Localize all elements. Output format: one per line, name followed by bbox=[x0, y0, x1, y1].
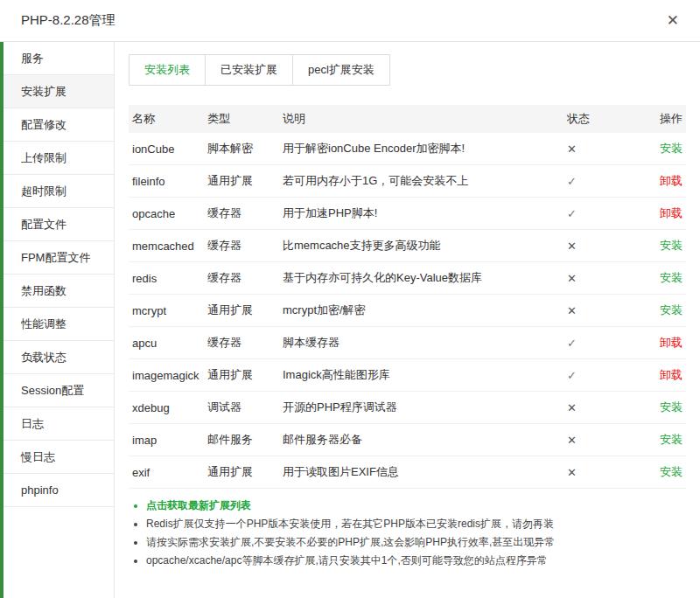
status-cell: ✕ bbox=[558, 395, 637, 421]
table-row-fileinfo: fileinfo通用扩展若可用内存小于1G，可能会安装不上✓卸载 bbox=[129, 165, 686, 198]
extension-name: apcu bbox=[129, 330, 204, 356]
uninstall-button[interactable]: 卸载 bbox=[660, 368, 682, 381]
extension-type: 缓存器 bbox=[204, 329, 279, 357]
refresh-extension-list-link[interactable]: 点击获取最新扩展列表 bbox=[146, 499, 251, 511]
extension-type: 邮件服务 bbox=[204, 426, 279, 454]
sidebar-item-config-file[interactable]: 配置文件 bbox=[4, 208, 114, 241]
sidebar-item-session-config[interactable]: Session配置 bbox=[4, 374, 114, 407]
extension-description: 若可用内存小于1G，可能会安装不上 bbox=[279, 167, 558, 195]
sidebar-item-install-extensions[interactable]: 安装扩展 bbox=[4, 75, 114, 108]
table-header-row: 名称类型说明状态操作 bbox=[129, 105, 686, 133]
tab-installed-extensions[interactable]: 已安装扩展 bbox=[205, 54, 293, 86]
extension-type: 缓存器 bbox=[204, 199, 279, 227]
extension-name: ionCube bbox=[129, 136, 204, 162]
sidebar-item-log[interactable]: 日志 bbox=[4, 407, 114, 441]
extension-name: xdebug bbox=[129, 395, 204, 421]
titlebar: PHP-8.2.28管理 ✕ bbox=[0, 0, 700, 42]
extension-description: Imagick高性能图形库 bbox=[279, 361, 558, 389]
extension-type: 通用扩展 bbox=[204, 361, 279, 389]
main-content: 安装列表已安装扩展pecl扩展安装 名称类型说明状态操作 ionCube脚本解密… bbox=[115, 42, 700, 598]
uninstall-button[interactable]: 卸载 bbox=[660, 206, 682, 219]
sidebar-item-timeout-limit[interactable]: 超时限制 bbox=[4, 175, 114, 208]
status-installed-icon: ✓ bbox=[567, 175, 577, 188]
column-header-type: 类型 bbox=[204, 105, 279, 133]
extension-type: 通用扩展 bbox=[204, 167, 279, 195]
sidebar-item-upload-limit[interactable]: 上传限制 bbox=[4, 142, 114, 175]
sidebar-item-phpinfo[interactable]: phpinfo bbox=[4, 474, 114, 507]
extension-type: 通用扩展 bbox=[204, 296, 279, 324]
status-cell: ✕ bbox=[558, 428, 637, 453]
extension-description: 脚本缓存器 bbox=[279, 329, 558, 357]
tab-install-list[interactable]: 安装列表 bbox=[129, 54, 206, 86]
action-cell: 卸载 bbox=[637, 361, 686, 389]
tab-pecl-install[interactable]: pecl扩展安装 bbox=[292, 54, 390, 86]
extension-name: opcache bbox=[129, 201, 204, 226]
table-row-xdebug: xdebug调试器开源的PHP程序调试器✕安装 bbox=[129, 392, 686, 424]
status-cell: ✓ bbox=[558, 169, 637, 194]
extension-name: imagemagick bbox=[129, 363, 204, 388]
extension-name: mcrypt bbox=[129, 298, 204, 323]
status-cell: ✕ bbox=[558, 233, 637, 259]
status-cell: ✓ bbox=[558, 363, 637, 388]
extension-name: redis bbox=[129, 266, 204, 291]
extension-table: 名称类型说明状态操作 ionCube脚本解密用于解密ionCube Encode… bbox=[129, 105, 686, 489]
status-not-installed-icon: ✕ bbox=[567, 272, 577, 285]
sidebar-item-slow-log[interactable]: 慢日志 bbox=[4, 441, 114, 474]
extension-type: 缓存器 bbox=[204, 264, 279, 292]
column-header-description: 说明 bbox=[279, 105, 558, 133]
status-cell: ✕ bbox=[558, 460, 637, 485]
status-cell: ✕ bbox=[558, 266, 637, 291]
install-button[interactable]: 安装 bbox=[660, 400, 682, 414]
column-header-action: 操作 bbox=[637, 105, 686, 133]
sidebar-item-service[interactable]: 服务 bbox=[4, 42, 114, 75]
extension-description: 基于内存亦可持久化的Key-Value数据库 bbox=[279, 264, 558, 292]
install-button[interactable]: 安装 bbox=[660, 433, 682, 446]
tabs: 安装列表已安装扩展pecl扩展安装 bbox=[129, 54, 686, 86]
action-cell: 安装 bbox=[637, 426, 686, 454]
window-body: 服务安装扩展配置修改上传限制超时限制配置文件FPM配置文件禁用函数性能调整负载状… bbox=[0, 42, 700, 598]
window-title: PHP-8.2.28管理 bbox=[21, 12, 116, 29]
status-cell: ✕ bbox=[558, 136, 637, 162]
note-link-item: 点击获取最新扩展列表 bbox=[146, 497, 686, 515]
uninstall-button[interactable]: 卸载 bbox=[660, 174, 682, 187]
sidebar-item-disabled-functions[interactable]: 禁用函数 bbox=[4, 275, 114, 308]
note-item: opcache/xcache/apc等脚本缓存扩展,请只安装其中1个,否则可能导… bbox=[146, 552, 686, 570]
status-cell: ✓ bbox=[558, 201, 637, 226]
action-cell: 安装 bbox=[637, 296, 686, 324]
table-row-imagemagick: imagemagick通用扩展Imagick高性能图形库✓卸载 bbox=[129, 359, 686, 392]
action-cell: 安装 bbox=[637, 232, 686, 260]
extension-name: memcached bbox=[129, 233, 204, 259]
uninstall-button[interactable]: 卸载 bbox=[660, 336, 682, 349]
status-not-installed-icon: ✕ bbox=[567, 240, 577, 253]
status-not-installed-icon: ✕ bbox=[567, 304, 577, 317]
status-not-installed-icon: ✕ bbox=[567, 143, 577, 156]
sidebar-item-fpm-config-file[interactable]: FPM配置文件 bbox=[4, 241, 114, 275]
sidebar-item-config-edit[interactable]: 配置修改 bbox=[4, 108, 114, 142]
table-row-mcrypt: mcrypt通用扩展mcrypt加密/解密✕安装 bbox=[129, 295, 686, 327]
extension-description: mcrypt加密/解密 bbox=[279, 296, 558, 324]
sidebar-item-performance-tuning[interactable]: 性能调整 bbox=[4, 308, 114, 341]
action-cell: 安装 bbox=[637, 458, 686, 486]
action-cell: 卸载 bbox=[637, 167, 686, 195]
sidebar-item-load-status[interactable]: 负载状态 bbox=[4, 341, 114, 374]
install-button[interactable]: 安装 bbox=[660, 142, 682, 155]
note-item: 请按实际需求安装扩展,不要安装不必要的PHP扩展,这会影响PHP执行效率,甚至出… bbox=[146, 533, 686, 552]
extension-name: imap bbox=[129, 428, 204, 453]
action-cell: 卸载 bbox=[637, 199, 686, 227]
status-installed-icon: ✓ bbox=[567, 207, 577, 220]
status-not-installed-icon: ✕ bbox=[567, 401, 577, 414]
install-button[interactable]: 安装 bbox=[660, 239, 682, 252]
extension-type: 脚本解密 bbox=[204, 135, 279, 163]
action-cell: 安装 bbox=[637, 393, 686, 421]
install-button[interactable]: 安装 bbox=[660, 303, 682, 316]
extension-description: 用于解密ionCube Encoder加密脚本! bbox=[279, 135, 558, 163]
status-cell: ✓ bbox=[558, 330, 637, 356]
close-icon[interactable]: ✕ bbox=[663, 10, 682, 31]
status-not-installed-icon: ✕ bbox=[567, 434, 577, 447]
status-installed-icon: ✓ bbox=[567, 337, 577, 350]
extension-name: fileinfo bbox=[129, 169, 204, 194]
action-cell: 安装 bbox=[637, 264, 686, 292]
extension-type: 缓存器 bbox=[204, 232, 279, 260]
install-button[interactable]: 安装 bbox=[660, 465, 682, 478]
install-button[interactable]: 安装 bbox=[660, 271, 682, 284]
